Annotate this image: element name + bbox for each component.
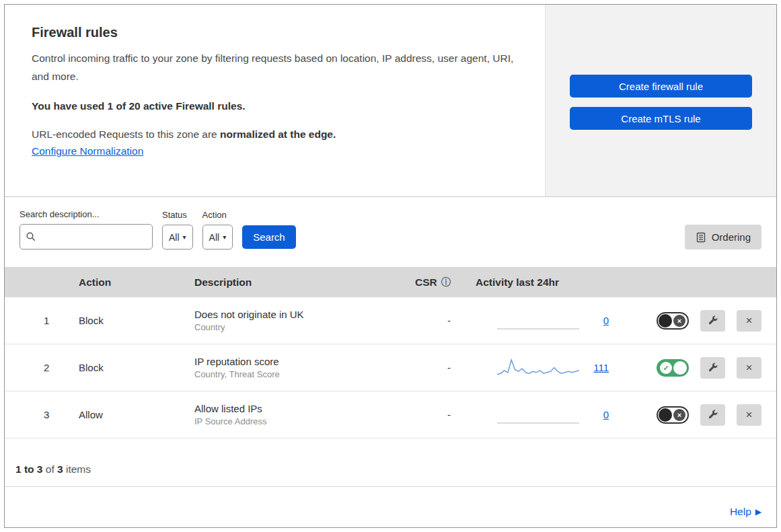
toggle-knob xyxy=(659,314,672,328)
ordering-button[interactable]: Ordering xyxy=(685,225,761,250)
wrench-icon xyxy=(707,315,718,326)
rule-activity: 111 xyxy=(476,356,630,379)
status-label: Status xyxy=(162,210,193,220)
rule-controls: × × xyxy=(630,310,776,332)
activity-sparkline xyxy=(497,356,579,379)
actions-panel: Create firewall rule Create mTLS rule xyxy=(546,5,776,196)
rule-action: Block xyxy=(79,315,194,326)
search-button[interactable]: Search xyxy=(242,225,296,249)
search-label: Search description... xyxy=(20,209,153,219)
rule-activity: 0 xyxy=(476,309,630,332)
activity-count-link[interactable]: 111 xyxy=(591,362,609,373)
csr-label: CSR xyxy=(415,276,437,289)
toggle-state-icon: ✓ xyxy=(660,362,672,374)
enable-toggle[interactable]: × xyxy=(657,312,689,330)
wrench-icon xyxy=(707,409,718,420)
search-icon xyxy=(26,231,36,242)
table-row: 2 Block IP reputation score Country, Thr… xyxy=(5,344,776,391)
help-label: Help xyxy=(730,506,751,518)
info-icon[interactable]: ⓘ xyxy=(441,276,451,289)
status-filter: Status All ▾ xyxy=(162,210,193,250)
search-field: Search description... xyxy=(20,209,153,250)
help-link[interactable]: Help ▶ xyxy=(730,506,761,518)
table-row: 3 Allow Allow listed IPs IP Source Addre… xyxy=(5,391,776,439)
toggle-state-icon: × xyxy=(673,409,685,421)
rule-description-title: Allow listed IPs xyxy=(194,403,415,414)
rule-action: Block xyxy=(79,362,194,373)
activity-count-link[interactable]: 0 xyxy=(591,409,609,420)
normalization-text: URL-encoded Requests to this zone are xyxy=(32,128,220,140)
filter-bar: Search description... Status All ▾ Actio… xyxy=(5,197,776,267)
rule-description-fields: Country xyxy=(194,322,415,332)
usage-summary: You have used 1 of 20 active Firewall ru… xyxy=(32,100,518,112)
edit-rule-button[interactable] xyxy=(700,404,725,426)
header-content: Firewall rules Control incoming traffic … xyxy=(5,5,546,196)
toggle-knob xyxy=(673,361,687,375)
rule-priority: 1 xyxy=(5,315,79,326)
configure-normalization-link[interactable]: Configure Normalization xyxy=(32,145,143,157)
close-icon: × xyxy=(746,408,753,422)
rule-csr: - xyxy=(415,315,476,326)
normalization-note: URL-encoded Requests to this zone are no… xyxy=(32,128,518,141)
search-input[interactable] xyxy=(36,231,147,243)
rule-description-title: Does not originate in UK xyxy=(194,309,415,320)
rule-description: IP reputation score Country, Threat Scor… xyxy=(194,356,415,379)
table-header-row: Action Description CSR ⓘ Activity last 2… xyxy=(5,267,776,297)
status-value: All xyxy=(169,232,180,243)
search-box xyxy=(20,224,153,250)
action-column-header: Action xyxy=(79,276,194,289)
status-select[interactable]: All ▾ xyxy=(162,225,193,250)
create-firewall-rule-button[interactable]: Create firewall rule xyxy=(570,75,752,98)
close-icon: × xyxy=(746,314,753,328)
rule-csr: - xyxy=(415,409,476,420)
help-row: Help ▶ xyxy=(5,498,776,527)
toggle-state-icon: × xyxy=(673,315,685,327)
rule-controls: × × xyxy=(630,404,776,426)
rule-description: Allow listed IPs IP Source Address xyxy=(194,403,415,426)
table-row: 1 Block Does not originate in UK Country… xyxy=(5,297,776,344)
action-select[interactable]: All ▾ xyxy=(202,225,233,250)
list-icon xyxy=(696,232,706,243)
rule-priority: 3 xyxy=(5,409,79,420)
firewall-rules-page: Firewall rules Control incoming traffic … xyxy=(4,4,777,528)
pagination-items: items xyxy=(66,463,91,475)
pagination-range: 1 to 3 xyxy=(15,463,42,475)
enable-toggle[interactable]: ✓ xyxy=(657,359,689,377)
pagination-of: of xyxy=(46,463,54,475)
rules-table: Action Description CSR ⓘ Activity last 2… xyxy=(5,267,776,439)
delete-rule-button[interactable]: × xyxy=(737,404,761,426)
pagination-total: 3 xyxy=(57,463,63,475)
rule-csr: - xyxy=(415,362,476,373)
rule-priority: 2 xyxy=(5,362,79,373)
activity-sparkline xyxy=(497,404,579,426)
arrow-right-icon: ▶ xyxy=(755,507,761,517)
edit-rule-button[interactable] xyxy=(700,357,725,379)
pagination-summary: 1 to 3 of 3 items xyxy=(5,439,776,487)
page-description: Control incoming traffic to your zone by… xyxy=(32,50,516,85)
rule-action: Allow xyxy=(79,409,194,420)
header-card: Firewall rules Control incoming traffic … xyxy=(5,5,776,197)
create-mtls-rule-button[interactable]: Create mTLS rule xyxy=(570,107,752,130)
activity-count-link[interactable]: 0 xyxy=(591,315,609,326)
close-icon: × xyxy=(746,361,753,375)
activity-column-header: Activity last 24hr xyxy=(476,276,630,289)
edit-rule-button[interactable] xyxy=(700,310,725,332)
action-value: All xyxy=(209,232,220,243)
csr-column-header: CSR ⓘ xyxy=(415,276,476,289)
rule-controls: ✓ × xyxy=(630,357,776,379)
rule-description-title: IP reputation score xyxy=(194,356,415,367)
toggle-knob xyxy=(659,408,672,422)
delete-rule-button[interactable]: × xyxy=(737,310,761,332)
action-label: Action xyxy=(202,210,233,220)
ordering-label: Ordering xyxy=(712,231,751,243)
normalization-bold: normalized at the edge. xyxy=(220,128,336,140)
rule-description-fields: Country, Threat Score xyxy=(194,369,415,379)
rule-description-fields: IP Source Address xyxy=(194,416,415,426)
page-title: Firewall rules xyxy=(32,25,518,40)
enable-toggle[interactable]: × xyxy=(657,406,689,424)
chevron-down-icon: ▾ xyxy=(223,233,226,241)
rule-description: Does not originate in UK Country xyxy=(194,309,415,332)
chevron-down-icon: ▾ xyxy=(183,233,186,241)
delete-rule-button[interactable]: × xyxy=(737,357,761,379)
activity-sparkline xyxy=(497,309,579,332)
